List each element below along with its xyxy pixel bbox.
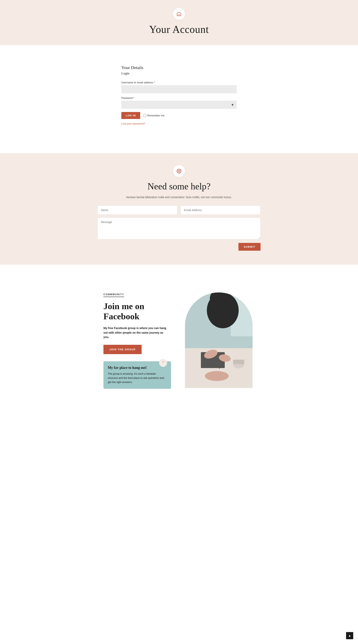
help-email-input[interactable] (180, 206, 260, 215)
community-desc: My free Facebook group is where you can … (104, 326, 167, 339)
password-label: Password * (121, 96, 237, 100)
svg-point-17 (205, 371, 229, 381)
remember-me-label[interactable]: Remember me (144, 114, 164, 117)
username-group: Username or email address * (121, 81, 237, 93)
community-title: Join me on Facebook (104, 302, 173, 322)
svg-rect-14 (233, 360, 244, 364)
svg-point-1 (178, 170, 180, 172)
login-button[interactable]: LOG IN (121, 112, 140, 119)
lifebuoy-icon (176, 168, 182, 174)
join-group-button[interactable]: JOIN THE GROUP (104, 345, 142, 354)
username-input[interactable] (121, 85, 237, 93)
community-tag: COMMMUNITY (104, 293, 124, 297)
community-left: COMMMUNITY Join me on Facebook My free F… (104, 292, 173, 389)
community-section: COMMMUNITY Join me on Facebook My free F… (80, 278, 278, 405)
testimonial-title: My fav place to hang out! (108, 366, 167, 370)
password-input[interactable] (121, 101, 237, 109)
lost-password-link[interactable]: Lost your password? (121, 122, 145, 125)
help-icon-circle (173, 165, 185, 177)
svg-line-2 (178, 170, 178, 170)
community-right (185, 292, 254, 388)
community-scene-svg (185, 292, 252, 388)
login-section: Your Details Login Username or email add… (90, 55, 268, 139)
home-icon (176, 11, 182, 16)
help-section: Need some help? Aenean lacinia bibendum … (0, 153, 358, 264)
remember-checkbox[interactable] (144, 114, 146, 117)
login-actions: LOG IN Remember me (121, 112, 237, 119)
hero-header: Your Account (0, 0, 358, 45)
home-icon-circle (173, 8, 185, 20)
help-subtitle: Aenean lacinia bibendum nulla sed consec… (119, 196, 239, 199)
password-wrapper: ▼ (121, 101, 237, 109)
svg-line-4 (180, 170, 180, 170)
help-message-textarea[interactable] (98, 218, 260, 239)
page-title: Your Account (4, 24, 354, 35)
svg-point-0 (177, 169, 181, 173)
help-submit-row: SUBMIT (98, 243, 260, 251)
password-toggle-icon[interactable]: ▼ (231, 103, 234, 107)
help-form-row-1 (98, 206, 260, 215)
password-group: Password * ▼ (121, 96, 237, 109)
your-details-label: Your Details (121, 65, 237, 70)
testimonial-text: The group is amazing. It's such a fantas… (108, 372, 167, 384)
help-name-input[interactable] (98, 206, 178, 215)
svg-line-3 (180, 172, 180, 172)
testimonial-card: " My fav place to hang out! The group is… (104, 361, 171, 388)
community-img-bg (185, 292, 252, 388)
svg-line-5 (178, 172, 178, 172)
login-subtitle: Login (121, 72, 237, 76)
help-title: Need some help? (4, 181, 354, 192)
submit-button[interactable]: SUBMIT (238, 243, 260, 251)
username-label: Username or email address * (121, 81, 237, 84)
community-image (185, 292, 252, 388)
help-form: SUBMIT (98, 206, 260, 251)
